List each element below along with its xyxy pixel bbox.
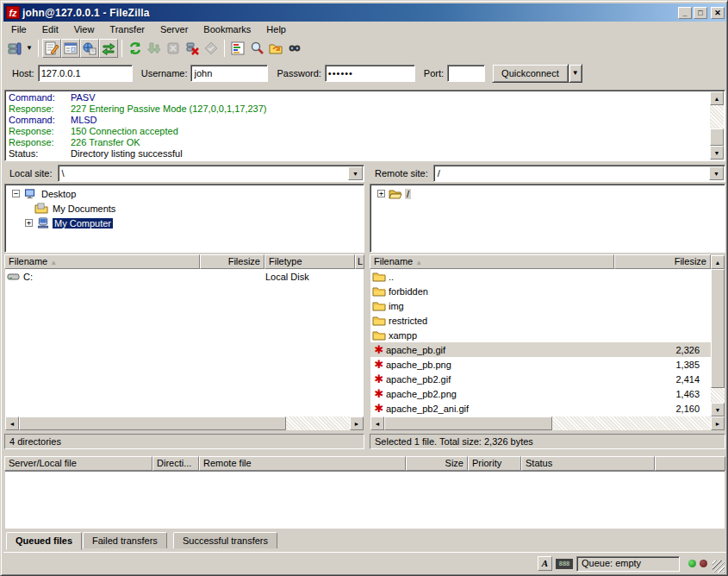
toggle-remote-tree-icon[interactable] [80, 39, 99, 58]
menu-edit[interactable]: Edit [34, 22, 66, 36]
quickconnect-dropdown-icon[interactable]: ▼ [569, 64, 582, 83]
local-site-dropdown-icon[interactable]: ▼ [348, 166, 363, 180]
password-input[interactable] [325, 65, 415, 82]
remote-file-row[interactable]: restricted [370, 313, 711, 328]
close-button[interactable]: ✕ [711, 7, 725, 19]
process-queue-icon[interactable] [145, 39, 164, 58]
message-log[interactable]: Command:PASV Response:227 Entering Passi… [4, 90, 725, 161]
remote-file-row[interactable]: xampp [370, 328, 711, 342]
site-manager-dropdown-icon[interactable]: ▼ [24, 40, 34, 57]
quickconnect-button[interactable]: Quickconnect [492, 64, 569, 83]
remote-file-row[interactable]: forbidden [370, 284, 711, 298]
local-scroll-right-icon[interactable]: ► [350, 416, 364, 430]
local-scroll-thumb[interactable] [19, 416, 286, 430]
queue-col-remote-file[interactable]: Remote file [199, 456, 406, 471]
queue-col-direction[interactable]: Directi... [152, 456, 199, 471]
remote-file-row[interactable]: .. [370, 269, 711, 284]
image-file-icon: ✱ [372, 359, 386, 370]
remote-scroll-left-icon[interactable]: ◄ [370, 416, 384, 430]
data-type-indicator-icon[interactable]: A [538, 556, 552, 571]
resize-grip[interactable] [712, 560, 725, 573]
remote-col-filename[interactable]: Filename ▲ [370, 254, 614, 269]
remote-site-dropdown-icon[interactable]: ▼ [709, 166, 724, 180]
expand-icon[interactable]: + [377, 190, 385, 197]
remote-directory-tree[interactable]: + / [370, 184, 725, 253]
toggle-local-tree-icon[interactable] [61, 39, 80, 58]
local-file-list[interactable]: C: Local Disk [5, 269, 364, 416]
remote-site-combobox[interactable]: / ▼ [433, 165, 725, 182]
remote-file-row-selected[interactable]: ✱apache_pb.gif2,326 [370, 342, 711, 357]
remote-file-row[interactable]: ✱apache_pb.png1,385 [370, 357, 711, 372]
remote-hscroll-track[interactable] [552, 416, 711, 430]
local-file-row[interactable]: C: Local Disk [5, 269, 364, 284]
disconnect-icon[interactable] [183, 39, 202, 58]
minimize-button[interactable]: _ [678, 7, 692, 19]
tab-queued-files[interactable]: Queued files [6, 532, 82, 550]
maximize-button[interactable]: □ [694, 7, 707, 19]
local-directory-tree[interactable]: − Desktop My Documents + My Computer [4, 184, 364, 253]
synchronized-browsing-icon[interactable] [266, 39, 285, 58]
local-col-filename[interactable]: Filename ▲ [4, 254, 200, 269]
local-scroll-left-icon[interactable]: ◄ [5, 416, 19, 430]
remote-vscroll-track[interactable] [711, 388, 725, 403]
title-bar[interactable]: fz john@127.0.0.1 - FileZilla _ □ ✕ [3, 3, 726, 22]
remote-file-row[interactable]: img [370, 298, 711, 313]
toggle-transfer-queue-icon[interactable] [99, 39, 118, 58]
local-col-last-modified[interactable]: L [355, 254, 364, 269]
tree-item-desktop[interactable]: − Desktop [5, 186, 364, 201]
directory-comparison-icon[interactable] [247, 39, 266, 58]
port-input[interactable] [447, 65, 485, 82]
site-manager-icon[interactable] [5, 39, 24, 58]
toggle-message-log-icon[interactable] [42, 39, 61, 58]
menu-server[interactable]: Server [152, 22, 196, 36]
remote-vscroll-thumb[interactable] [711, 269, 725, 388]
toolbar-separator [224, 40, 225, 57]
log-scroll-down-icon[interactable]: ▼ [710, 146, 724, 160]
queue-col-server-local-file[interactable]: Server/Local file [4, 456, 152, 471]
queue-col-status[interactable]: Status [521, 456, 655, 471]
remote-file-row[interactable]: ✱apache_pb2.gif2,414 [370, 372, 711, 386]
transfer-queue-list[interactable] [5, 471, 725, 529]
menu-file[interactable]: File [3, 22, 34, 36]
tree-item-my-computer[interactable]: + My Computer [5, 216, 364, 230]
menu-bookmarks[interactable]: Bookmarks [196, 22, 258, 36]
host-input[interactable] [38, 65, 133, 82]
tab-successful-transfers[interactable]: Successful transfers [173, 532, 277, 548]
speed-limits-icon[interactable]: 888 [556, 559, 573, 569]
log-scroll-track[interactable] [710, 105, 724, 128]
collapse-icon[interactable]: − [12, 190, 20, 197]
remote-scroll-up-icon[interactable]: ▲ [711, 255, 725, 269]
directory-listing-filters-icon[interactable] [228, 39, 247, 58]
window-title: john@127.0.0.1 - FileZilla [22, 7, 676, 19]
reconnect-icon[interactable] [202, 39, 221, 58]
tree-item-root[interactable]: + / [370, 186, 725, 201]
remote-scroll-right-icon[interactable]: ► [711, 416, 725, 430]
queue-col-size[interactable]: Size [406, 456, 468, 471]
cancel-icon[interactable] [164, 39, 183, 58]
host-label: Host: [12, 68, 34, 78]
local-list-header: Filename ▲ Filesize Filetype L [4, 254, 364, 269]
log-scroll-thumb[interactable] [710, 128, 724, 146]
local-col-filetype[interactable]: Filetype [264, 254, 355, 269]
tree-item-my-documents[interactable]: My Documents [5, 201, 364, 216]
menu-view[interactable]: View [66, 22, 103, 36]
remote-file-row[interactable]: ✱apache_pb2_ani.gif2,160 [370, 401, 711, 416]
refresh-icon[interactable] [126, 39, 145, 58]
queue-col-blank[interactable] [655, 456, 725, 471]
menu-transfer[interactable]: Transfer [102, 22, 152, 36]
expand-icon[interactable]: + [25, 219, 33, 227]
username-input[interactable] [190, 65, 268, 82]
local-site-combobox[interactable]: \ ▼ [58, 165, 364, 182]
queue-col-priority[interactable]: Priority [468, 456, 521, 471]
remote-file-list[interactable]: .. forbidden img restricted xampp ✱apach… [370, 269, 711, 416]
file-search-icon[interactable] [285, 39, 304, 58]
remote-hscroll-thumb[interactable] [384, 416, 552, 430]
remote-scroll-down-icon[interactable]: ▼ [711, 403, 725, 416]
local-col-filesize[interactable]: Filesize [200, 254, 264, 269]
tab-failed-transfers[interactable]: Failed transfers [83, 532, 167, 548]
remote-file-row[interactable]: ✱apache_pb2.png1,463 [370, 386, 711, 401]
local-scroll-track[interactable] [286, 416, 350, 430]
log-scroll-up-icon[interactable]: ▲ [710, 91, 724, 105]
remote-col-filesize[interactable]: Filesize [614, 254, 711, 269]
menu-help[interactable]: Help [258, 22, 294, 36]
